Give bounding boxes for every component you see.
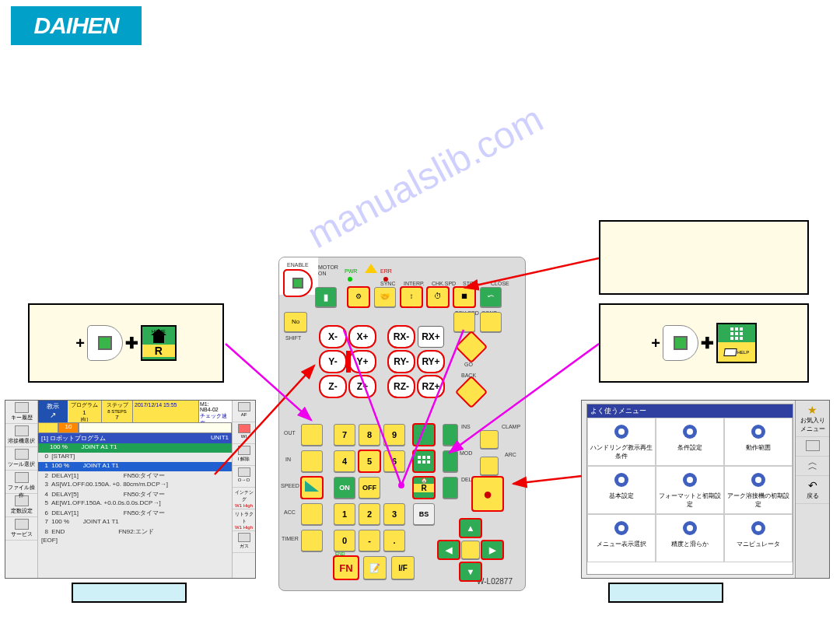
key-dot[interactable]: . (383, 530, 405, 551)
ri-oo[interactable]: O→O (233, 466, 255, 488)
timer-label: TIMER (282, 536, 299, 541)
key-9[interactable]: 9 (383, 424, 405, 446)
key-2[interactable]: 2 (359, 503, 380, 525)
enable-label: ENABLE (287, 262, 309, 268)
shift-label: SHIFT (285, 335, 301, 341)
stop-button[interactable]: ⏹ (453, 287, 475, 307)
if-button[interactable]: I/F (391, 556, 415, 579)
motor-on-button[interactable]: ▮ (315, 287, 337, 307)
freq-cell[interactable]: メニュー表示選択 (587, 514, 656, 562)
enable-button[interactable] (284, 270, 312, 296)
key-5[interactable]: 5 (359, 450, 380, 472)
book-icon (723, 348, 737, 356)
key-6[interactable]: 6 (383, 450, 405, 472)
del-button[interactable] (443, 477, 458, 499)
freq-cell[interactable]: マニピュレータ (724, 514, 793, 562)
arc-button[interactable] (480, 457, 499, 475)
interp-button[interactable]: ↕ (401, 287, 422, 307)
speed-button[interactable] (301, 477, 323, 499)
jog-rx-minus[interactable]: RX- (388, 326, 415, 348)
key-minus[interactable]: - (359, 530, 380, 551)
prog-line: [EOF] (38, 537, 232, 546)
jog-rz-minus[interactable]: RZ- (388, 376, 415, 397)
in-button[interactable] (301, 450, 323, 472)
left-icon-service[interactable]: サービス (5, 517, 37, 541)
key-off[interactable]: OFF (359, 477, 380, 499)
acc-button[interactable] (301, 503, 323, 525)
jog-z-plus[interactable]: Z+ (349, 376, 376, 397)
clamp-button[interactable] (480, 430, 499, 449)
jog-rz-plus[interactable]: RZ+ (418, 376, 444, 397)
dpad-right[interactable]: ▶ (481, 541, 503, 559)
freq-cell[interactable]: 動作範囲 (724, 418, 793, 466)
freq-cell[interactable]: 基本設定 (587, 466, 656, 514)
freq-cell[interactable]: ハンドリング教示再生条件 (587, 418, 656, 466)
key-on[interactable]: ON (334, 477, 355, 499)
freq-cell[interactable]: 条件設定 (656, 418, 724, 466)
sidebar-fav[interactable]: ★お気入りメニュー (796, 401, 829, 437)
go-label: GO (464, 362, 473, 367)
dpad-up[interactable]: ▲ (460, 519, 481, 537)
no-button[interactable]: No (284, 312, 307, 332)
key-3[interactable]: 3 (383, 503, 405, 525)
ins-button[interactable] (443, 424, 458, 446)
menu-help-button: HELP (716, 323, 757, 363)
fn-button[interactable]: FN (334, 556, 359, 579)
freq-cell[interactable]: 精度と滑らか (656, 514, 724, 562)
mod-button[interactable] (443, 450, 458, 472)
key-8[interactable]: 8 (359, 424, 380, 446)
freq-cell[interactable]: フォーマットと初期設定 (656, 466, 724, 514)
cont-button[interactable] (480, 312, 502, 332)
jog-y-plus[interactable]: Y+ (349, 351, 376, 373)
sidebar-blank[interactable] (796, 437, 829, 457)
sync-button[interactable]: 🤝 (374, 287, 396, 307)
jog-z-minus[interactable]: Z- (320, 376, 346, 397)
ri-af[interactable]: AF (233, 401, 255, 422)
go-button[interactable] (455, 331, 488, 363)
err-led (383, 277, 388, 282)
jog-y-minus[interactable]: Y- (320, 351, 346, 373)
edit-button[interactable]: 📝 (363, 556, 387, 579)
key-4[interactable]: 4 (334, 450, 355, 472)
coord-button[interactable]: ⚙ (348, 287, 369, 307)
dpad-center[interactable] (461, 541, 480, 559)
tchspd-button[interactable] (453, 312, 475, 332)
jog-ry-plus[interactable]: RY+ (418, 351, 444, 373)
out-button[interactable] (301, 424, 323, 446)
ri-irel[interactable]: I 解除 (233, 444, 255, 466)
key-0[interactable]: 0 (334, 530, 355, 551)
home-r-button-pendant[interactable]: 🏠R (413, 477, 435, 499)
left-icon-welder[interactable]: 溶接機選択 (5, 424, 37, 447)
freq-cell[interactable]: アーク溶接機の初期設定 (724, 466, 793, 514)
left-icon-file[interactable]: ファイル操作 (5, 471, 37, 494)
key-bs[interactable]: BS (413, 503, 435, 525)
key-7[interactable]: 7 (334, 424, 355, 446)
dpad-left[interactable]: ◀ (438, 541, 460, 559)
ri-wi[interactable]: WI (233, 422, 255, 444)
jog-x-minus[interactable]: X- (320, 326, 346, 348)
dpad-down[interactable]: ▼ (460, 562, 481, 581)
state-button-1[interactable] (413, 424, 435, 446)
left-icon-tool[interactable]: ツール選択 (5, 447, 37, 471)
ri-inch[interactable]: インチングW1 High (233, 488, 255, 509)
back-button[interactable] (455, 376, 488, 408)
prog-line: 100 % JOINT A1 T1 (38, 443, 232, 453)
caption-right (608, 583, 723, 603)
timer-button[interactable] (301, 530, 323, 551)
key-1[interactable]: 1 (334, 503, 355, 525)
left-icon-history[interactable]: キー履歴 (5, 401, 37, 424)
sidebar-back[interactable]: ↶戻る (796, 476, 829, 504)
rec-button[interactable]: ● (472, 477, 503, 511)
close-button[interactable]: ⤺ (480, 287, 502, 307)
ri-ret[interactable]: リトラクトW1 High (233, 509, 255, 531)
prog-line: 7 100 % JOINT A1 T1 (38, 518, 232, 527)
jog-x-plus[interactable]: X+ (349, 326, 376, 348)
jog-rx-plus[interactable]: RX+ (418, 326, 444, 348)
ri-gas[interactable]: ガス (233, 531, 255, 553)
sidebar-up[interactable]: ︿︿ (796, 457, 829, 476)
chkspd-button[interactable]: ⏱ (427, 287, 449, 307)
jog-ry-minus[interactable]: RY- (388, 351, 415, 373)
stop-label: STOP (463, 281, 478, 286)
ins-label: INS (461, 424, 471, 429)
state-button-2[interactable] (413, 450, 435, 472)
